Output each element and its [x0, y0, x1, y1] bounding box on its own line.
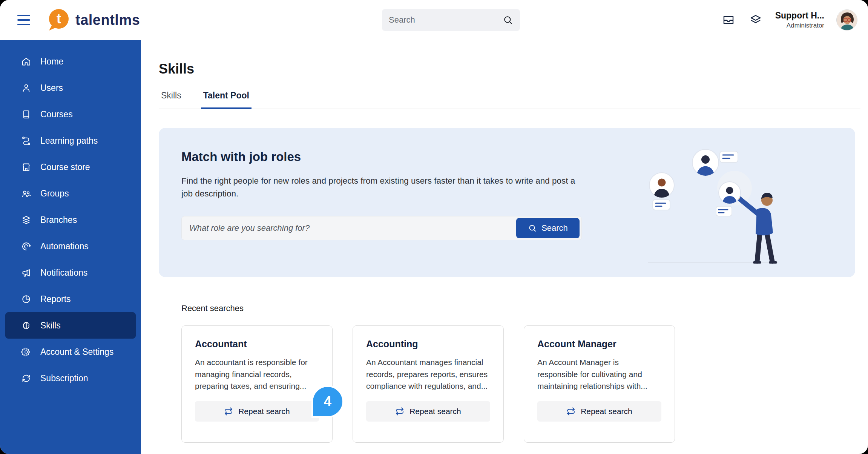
- sidebar-item-label: Learning paths: [40, 136, 98, 146]
- banner-description: Find the right people for new roles and …: [181, 175, 575, 200]
- learning-paths-icon: [21, 136, 31, 146]
- tab-skills[interactable]: Skills: [159, 90, 184, 109]
- badge-number: 4: [324, 394, 331, 410]
- user-name: Support H...: [775, 11, 824, 21]
- sidebar-item-home[interactable]: Home: [5, 48, 136, 75]
- sidebar-item-automations[interactable]: Automations: [5, 233, 136, 259]
- automations-icon: [21, 241, 31, 252]
- subscription-icon: [21, 373, 31, 383]
- svg-text:t: t: [57, 11, 61, 26]
- repeat-icon: [224, 407, 233, 416]
- reports-icon: [21, 294, 31, 304]
- search-button-label: Search: [541, 223, 568, 233]
- sidebar-item-label: Home: [40, 57, 63, 67]
- sidebar-item-label: Course store: [40, 162, 90, 172]
- sidebar-item-learning-paths[interactable]: Learning paths: [5, 127, 136, 154]
- repeat-search-button[interactable]: Repeat search: [366, 401, 490, 422]
- skills-icon: [21, 321, 31, 331]
- sidebar-item-reports[interactable]: Reports: [5, 286, 136, 312]
- repeat-search-label: Repeat search: [409, 407, 461, 416]
- app-window: t talentlms: [0, 0, 868, 454]
- sidebar: Home Users Courses Learning paths: [0, 40, 141, 454]
- sidebar-item-label: Users: [40, 83, 63, 93]
- users-icon: [21, 83, 31, 93]
- sidebar-item-course-store[interactable]: Course store: [5, 154, 136, 180]
- repeat-icon: [395, 407, 404, 416]
- course-store-icon: [21, 162, 31, 172]
- match-job-roles-banner: Match with job roles Find the right peop…: [159, 128, 855, 277]
- messages-icon[interactable]: [721, 12, 736, 28]
- global-search-input[interactable]: [389, 15, 503, 25]
- sidebar-item-label: Subscription: [40, 373, 88, 383]
- branches-icon: [21, 215, 31, 225]
- tab-talent-pool[interactable]: Talent Pool: [201, 90, 252, 109]
- sidebar-item-account-settings[interactable]: Account & Settings: [5, 339, 136, 365]
- recent-searches-label: Recent searches: [181, 304, 860, 313]
- sidebar-item-users[interactable]: Users: [5, 75, 136, 101]
- recent-card-accountant: Accountant An accountant is responsible …: [181, 325, 333, 443]
- sidebar-item-label: Account & Settings: [40, 347, 113, 357]
- repeat-icon: [566, 407, 575, 416]
- card-title: Account Manager: [537, 339, 661, 350]
- brand-wordmark: talentlms: [75, 12, 140, 28]
- repeat-search-label: Repeat search: [238, 407, 290, 416]
- search-icon: [528, 224, 537, 233]
- repeat-search-button[interactable]: Repeat search: [195, 401, 319, 422]
- tab-bar: Skills Talent Pool: [159, 90, 860, 109]
- sidebar-item-groups[interactable]: Groups: [5, 180, 136, 207]
- sidebar-item-label: Courses: [40, 109, 73, 120]
- people-matching-illustration: [642, 143, 785, 267]
- card-title: Accounting: [366, 339, 490, 350]
- courses-icon: [21, 109, 31, 120]
- card-title: Accountant: [195, 339, 319, 350]
- main-content: Skills Skills Talent Pool Match with job…: [141, 40, 868, 454]
- recent-search-cards: Accountant An accountant is responsible …: [181, 325, 860, 443]
- brand-logo[interactable]: t talentlms: [47, 8, 140, 32]
- repeat-search-label: Repeat search: [581, 407, 632, 416]
- sidebar-item-label: Groups: [40, 189, 69, 199]
- sidebar-item-courses[interactable]: Courses: [5, 101, 136, 127]
- recent-searches-section: Recent searches Accountant An accountant…: [181, 304, 860, 443]
- sidebar-item-notifications[interactable]: Notifications: [5, 259, 136, 286]
- course-stack-icon[interactable]: [748, 12, 763, 28]
- home-icon: [21, 57, 31, 67]
- card-description: An Account Manager is responsible for cu…: [537, 356, 661, 392]
- click-annotation-badge: 4: [311, 385, 344, 418]
- sidebar-item-label: Notifications: [40, 268, 87, 278]
- card-description: An Accountant manages financial records,…: [366, 356, 490, 392]
- sidebar-item-skills[interactable]: Skills: [5, 312, 136, 339]
- avatar[interactable]: [836, 9, 857, 31]
- sidebar-item-label: Branches: [40, 215, 77, 225]
- sidebar-item-label: Reports: [40, 294, 71, 304]
- user-role: Administrator: [775, 22, 824, 29]
- search-icon[interactable]: [503, 15, 513, 25]
- recent-card-account-manager: Account Manager An Account Manager is re…: [524, 325, 675, 443]
- sidebar-item-subscription[interactable]: Subscription: [5, 365, 136, 391]
- repeat-search-button[interactable]: Repeat search: [537, 401, 661, 422]
- talentlms-logo-icon: t: [47, 8, 70, 32]
- sidebar-item-label: Skills: [40, 321, 61, 331]
- hamburger-menu-icon[interactable]: [17, 15, 30, 25]
- recent-card-accounting: Accounting An Accountant manages financi…: [353, 325, 504, 443]
- sidebar-item-label: Automations: [40, 241, 89, 252]
- card-description: An accountant is responsible for managin…: [195, 356, 319, 392]
- role-search-button[interactable]: Search: [516, 218, 580, 238]
- global-search: [382, 9, 520, 31]
- sidebar-item-branches[interactable]: Branches: [5, 207, 136, 233]
- topbar-right: Support H... Administrator: [721, 0, 857, 40]
- groups-icon: [21, 189, 31, 199]
- user-menu[interactable]: Support H... Administrator: [775, 11, 824, 30]
- settings-gear-icon: [21, 347, 31, 357]
- role-search: Search: [181, 216, 582, 240]
- notifications-icon: [21, 268, 31, 278]
- page-title: Skills: [159, 61, 860, 77]
- topbar: t talentlms: [0, 0, 868, 40]
